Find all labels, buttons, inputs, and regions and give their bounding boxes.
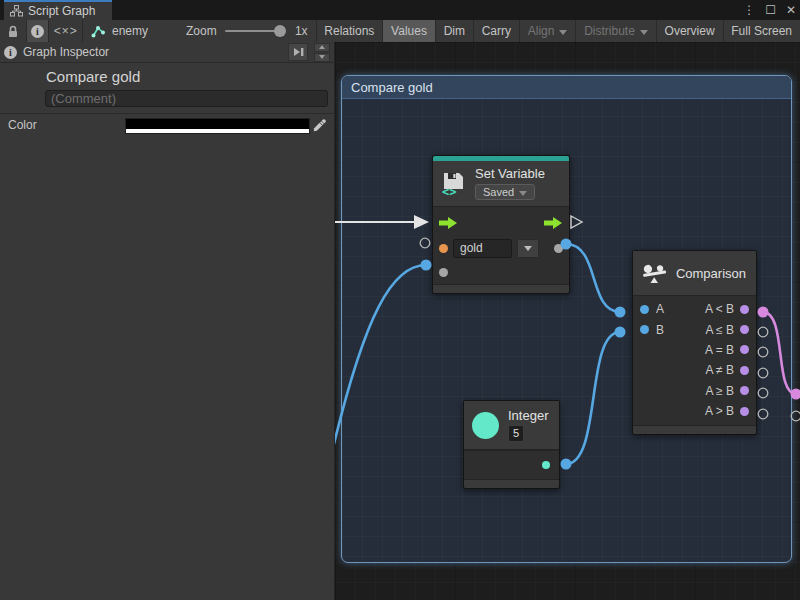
output-less-port[interactable] (740, 305, 749, 314)
dim-button[interactable]: Dim (436, 20, 473, 42)
color-swatch[interactable] (125, 118, 310, 134)
svg-text:<>: <> (442, 185, 456, 197)
script-graph-window: Script Graph ⋮ ☐ ✕ i <×> (0, 0, 800, 600)
graph-inspector-title: Graph Inspector (23, 45, 109, 59)
eyedropper-icon (313, 119, 326, 132)
overview-button[interactable]: Overview (657, 20, 723, 42)
graph-breadcrumb[interactable]: enemy (83, 20, 156, 42)
set-variable-value-row (433, 260, 569, 284)
zoom-value: 1x (287, 20, 316, 42)
variable-name-port[interactable] (439, 244, 448, 253)
tab-bar: Script Graph ⋮ ☐ ✕ (0, 0, 800, 20)
align-dropdown[interactable]: Align (520, 20, 576, 42)
integer-value-field[interactable]: 5 (508, 425, 524, 442)
dock-panel-button[interactable] (288, 43, 308, 61)
comparison-body: A A < B B A ≤ B A = B (633, 296, 756, 425)
align-label: Align (528, 24, 555, 38)
input-a-port[interactable] (640, 305, 649, 314)
variable-name-field[interactable]: gold (453, 239, 512, 258)
distribute-label: Distribute (584, 24, 635, 38)
carry-button[interactable]: Carry (474, 20, 519, 42)
input-a-label: A (656, 302, 664, 316)
output-greaterequal-port[interactable] (740, 386, 749, 395)
graph-name: enemy (112, 24, 148, 38)
output-label: A ≠ B (705, 363, 734, 377)
flow-input-port[interactable] (439, 216, 458, 230)
input-b-label: B (656, 323, 664, 337)
window-controls: ⋮ ☐ ✕ (743, 0, 796, 20)
panel-reorder-buttons (314, 43, 330, 62)
integer-footer (464, 479, 559, 488)
save-variable-icon: <> (441, 170, 467, 197)
integer-literal-icon (472, 412, 499, 439)
output-label: A ≥ B (705, 384, 734, 398)
divider (0, 113, 335, 114)
color-label: Color (8, 118, 37, 132)
integer-body (464, 450, 559, 479)
zoom-slider-handle[interactable] (274, 25, 286, 37)
inspector-toggle-button[interactable]: i (27, 20, 49, 42)
variable-kind-label: Saved (483, 186, 514, 198)
chevron-down-icon (519, 191, 527, 196)
graph-title-text: Compare gold (46, 68, 140, 85)
chevron-up-icon (319, 45, 325, 49)
values-button[interactable]: Values (383, 20, 435, 42)
color-swatch-rgb (126, 119, 309, 129)
set-variable-footer (433, 284, 569, 293)
output-equal-port[interactable] (740, 345, 749, 354)
tab-script-graph[interactable]: Script Graph (4, 0, 112, 20)
integer-header[interactable]: Integer 5 (464, 401, 559, 450)
graph-inspector-header[interactable]: i Graph Inspector (0, 42, 334, 63)
graph-toolbar: i <×> enemy Zoom 1x Relations Values Dim… (0, 20, 800, 43)
chevron-down-icon (319, 55, 325, 59)
node-integer[interactable]: Integer 5 (463, 400, 560, 489)
move-down-button[interactable] (314, 53, 330, 62)
output-value-port[interactable] (554, 244, 563, 253)
distribute-dropdown[interactable]: Distribute (576, 20, 656, 42)
chevron-down-icon (640, 30, 648, 35)
set-variable-title: Set Variable (475, 166, 545, 181)
relations-button[interactable]: Relations (316, 20, 382, 42)
output-greater-port[interactable] (740, 407, 749, 416)
eyedropper-button[interactable] (311, 117, 328, 134)
maximize-icon[interactable]: ☐ (765, 3, 776, 17)
set-variable-flow-row (433, 210, 569, 236)
output-label: A = B (705, 343, 734, 357)
close-icon[interactable]: ✕ (786, 3, 796, 17)
color-swatch-alpha (126, 129, 309, 133)
chevron-down-icon (524, 246, 532, 251)
comparison-header[interactable]: Comparison (633, 251, 756, 296)
graph-icon (91, 25, 106, 38)
input-b-port[interactable] (640, 325, 649, 334)
output-notequal-port[interactable] (740, 366, 749, 375)
variable-name-dropdown[interactable] (517, 239, 539, 258)
code-icon: <×> (54, 24, 78, 38)
comparison-scale-icon (643, 260, 668, 286)
code-preview-button[interactable]: <×> (49, 20, 82, 42)
output-label: A > B (705, 404, 734, 418)
output-lessequal-port[interactable] (740, 325, 749, 334)
move-up-button[interactable] (314, 43, 330, 52)
full-screen-button[interactable]: Full Screen (723, 20, 800, 42)
lock-button[interactable] (0, 20, 26, 42)
group-title: Compare gold (351, 80, 433, 95)
comparison-row: A > B (633, 401, 756, 421)
window-menu-icon[interactable]: ⋮ (743, 3, 755, 17)
zoom-label: Zoom (178, 20, 219, 42)
comment-input[interactable] (45, 90, 328, 107)
group-header[interactable]: Compare gold (342, 76, 791, 99)
comparison-row: A ≥ B (633, 381, 756, 401)
set-variable-header[interactable]: <> Set Variable Saved (433, 161, 569, 207)
output-label: A ≤ B (705, 323, 734, 337)
integer-output-port[interactable] (542, 461, 550, 469)
comparison-row: A ≠ B (633, 360, 756, 380)
input-value-port[interactable] (439, 268, 448, 277)
comparison-row: A A < B (633, 299, 756, 319)
flow-output-port[interactable] (544, 216, 563, 230)
info-icon: i (31, 25, 44, 38)
graph-inspector-panel: i Graph Inspector Compare gold Color (0, 42, 335, 600)
zoom-slider[interactable] (225, 30, 281, 32)
node-comparison[interactable]: Comparison A A < B B A ≤ B (632, 250, 757, 435)
node-set-variable[interactable]: <> Set Variable Saved gold (432, 155, 570, 294)
variable-kind-dropdown[interactable]: Saved (475, 184, 535, 200)
